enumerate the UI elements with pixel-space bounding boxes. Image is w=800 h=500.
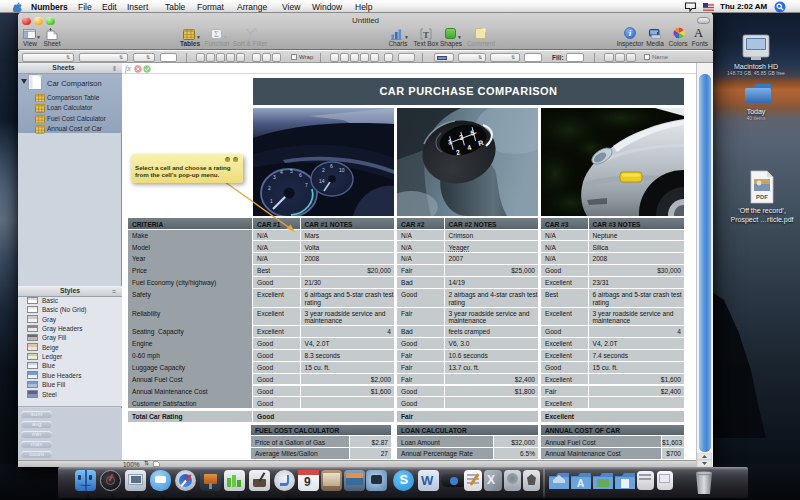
svg-text:14: 14 xyxy=(319,178,325,184)
svg-text:A: A xyxy=(577,478,584,489)
svg-text:4: 4 xyxy=(280,169,283,175)
svg-text:PDF: PDF xyxy=(756,194,768,200)
svg-text:6: 6 xyxy=(330,163,333,169)
svg-text:5: 5 xyxy=(290,168,293,174)
svg-text:10: 10 xyxy=(339,167,345,173)
svg-text:7: 7 xyxy=(305,182,308,188)
svg-text:T: T xyxy=(423,29,429,39)
svg-text:2: 2 xyxy=(322,167,325,173)
svg-text:Σ: Σ xyxy=(214,29,219,39)
